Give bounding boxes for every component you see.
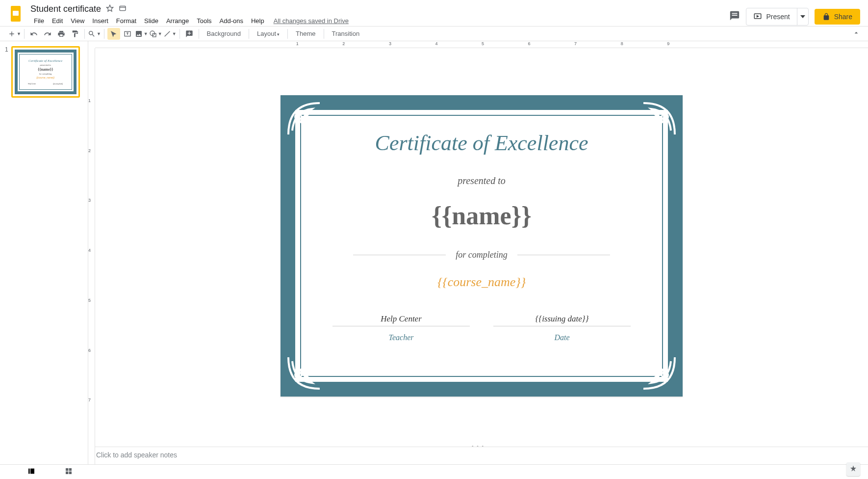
transition-button[interactable]: Transition [327,28,365,39]
separator [104,29,104,39]
menu-insert[interactable]: Insert [89,15,112,27]
teacher-value[interactable]: Help Center [332,314,470,326]
svg-marker-6 [800,15,805,18]
completing-label[interactable]: for completing [456,250,508,260]
chevron-down-icon: ▾ [277,32,280,37]
print-button[interactable] [55,28,68,40]
svg-line-10 [164,31,170,36]
slide-canvas[interactable]: Certificate of Excellence presented to {… [281,95,683,397]
menu-help[interactable]: Help [248,15,268,27]
chevron-down-icon: ▼ [172,31,177,36]
present-dropdown[interactable] [797,8,808,25]
new-slide-button[interactable]: ▼ [8,28,21,40]
theme-button[interactable]: Theme [291,28,320,39]
name-placeholder[interactable]: {{name}} [432,201,531,230]
separator [324,29,324,39]
separator [199,29,199,39]
svg-rect-20 [69,471,72,474]
svg-rect-19 [66,471,68,474]
speaker-notes[interactable]: Click to add speaker notes [88,447,868,464]
shape-tool[interactable]: ▼ [149,28,162,40]
svg-rect-16 [30,468,34,474]
course-placeholder[interactable]: {{course_name}} [437,275,526,290]
present-button[interactable]: Present [746,9,796,25]
menu-edit[interactable]: Edit [49,15,66,27]
menu-slide[interactable]: Slide [141,15,162,27]
slide-number: 1 [5,46,8,98]
date-label[interactable]: Date [554,333,569,342]
background-button[interactable]: Background [202,28,246,39]
chevron-down-icon: ▼ [144,31,148,36]
chevron-down-icon: ▼ [158,31,162,36]
divider [517,255,611,255]
move-icon[interactable] [119,4,127,14]
date-value[interactable]: {{issuing date}} [493,314,631,326]
divider [353,255,446,255]
horizontal-ruler[interactable]: 1 2 3 4 5 6 7 8 9 [95,41,868,48]
vertical-ruler[interactable]: 1 2 3 4 5 6 7 [88,48,95,464]
slide-thumbnail-1[interactable]: Certificate of Excellence presented to {… [11,46,80,98]
share-button[interactable]: Share [815,9,860,25]
svg-rect-3 [120,6,126,10]
explore-button[interactable] [846,462,860,476]
select-tool[interactable] [107,28,120,40]
svg-rect-1 [13,11,19,16]
separator [179,29,180,39]
layout-button[interactable]: Layout▾ [252,28,284,39]
comment-tool[interactable] [183,28,196,40]
menu-addons[interactable]: Add-ons [216,15,247,27]
filmstrip-view-tab[interactable] [23,464,40,479]
comments-icon[interactable] [729,10,740,23]
certificate-title[interactable]: Certificate of Excellence [375,131,588,156]
ornament-icon [639,353,679,393]
ornament-icon [284,353,324,393]
separator [84,29,85,39]
redo-button[interactable] [41,28,54,40]
separator [287,29,288,39]
svg-rect-17 [66,468,68,471]
ornament-icon [639,99,679,138]
paint-format-button[interactable] [69,28,81,40]
menu-file[interactable]: File [30,15,48,27]
document-title[interactable]: Student certificate [30,4,101,14]
line-tool[interactable]: ▼ [163,28,177,40]
svg-rect-15 [28,468,30,474]
present-label: Present [766,13,790,21]
teacher-label[interactable]: Teacher [389,333,414,342]
menu-tools[interactable]: Tools [193,15,215,27]
textbox-tool[interactable] [121,28,134,40]
collapse-icon[interactable] [852,29,860,39]
grid-view-tab[interactable] [60,464,77,479]
menu-view[interactable]: View [67,15,88,27]
chevron-down-icon: ▼ [97,31,101,36]
svg-marker-2 [106,5,113,11]
slides-logo[interactable] [8,5,26,23]
presented-to-label[interactable]: presented to [458,175,506,186]
menu-arrange[interactable]: Arrange [163,15,192,27]
share-label: Share [834,13,852,21]
menu-format[interactable]: Format [113,15,140,27]
undo-button[interactable] [27,28,40,40]
zoom-button[interactable]: ▼ [88,28,101,40]
separator [24,29,25,39]
image-tool[interactable]: ▼ [135,28,148,40]
slide-panel[interactable]: 1 Certificate of Excellence presented to… [0,41,88,464]
ornament-icon [284,99,324,138]
save-status[interactable]: All changes saved in Drive [274,17,349,25]
separator [249,29,249,39]
chevron-down-icon: ▼ [17,31,21,36]
star-icon[interactable] [106,4,114,14]
svg-marker-5 [757,16,759,17]
svg-rect-18 [69,468,72,471]
